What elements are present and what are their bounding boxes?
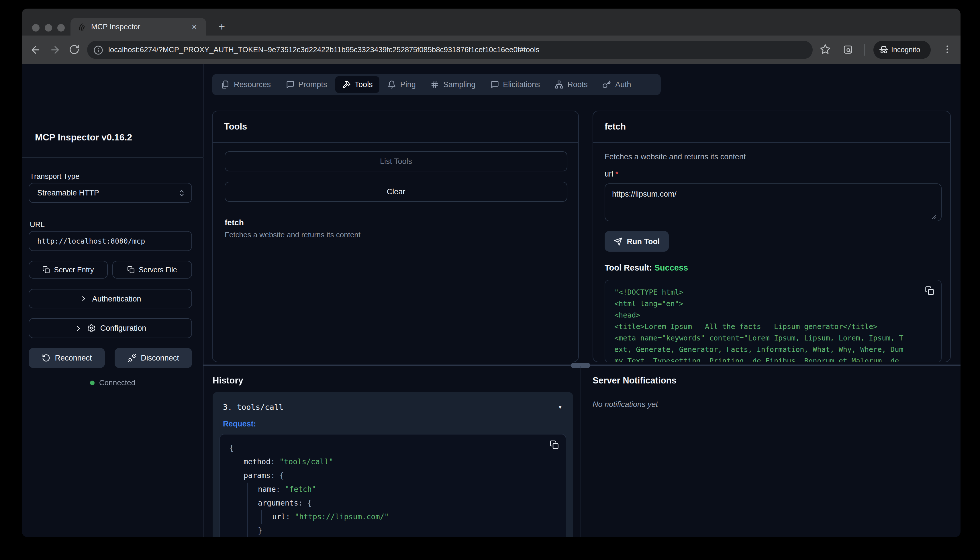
browser-tab-strip: MCP Inspector × + — [22, 8, 960, 35]
tab-tools[interactable]: Tools — [335, 76, 380, 93]
browser-tab[interactable]: MCP Inspector × — [70, 18, 206, 35]
history-title: History — [213, 375, 243, 386]
rotate-ccw-icon — [42, 354, 50, 362]
required-marker: * — [616, 170, 619, 178]
tool-detail-header: fetch — [593, 111, 950, 143]
tab-close-icon[interactable]: × — [188, 18, 201, 35]
resize-handle-icon[interactable] — [930, 213, 937, 220]
tool-detail-panel: fetch Fetches a website and returns its … — [592, 111, 951, 362]
json-line: name: "fetch" — [258, 483, 556, 497]
url-text[interactable]: localhost:6274/?MCP_PROXY_AUTH_TOKEN=9e7… — [108, 41, 804, 59]
main-content: Resources Prompts Tools Ping — [203, 64, 960, 537]
transport-type-label: Transport Type — [30, 172, 79, 180]
network-icon — [555, 80, 563, 89]
collapse-triangle-icon[interactable]: ▼ — [559, 399, 562, 415]
tab-prompts[interactable]: Prompts — [279, 76, 334, 93]
tab-label: Ping — [400, 80, 416, 89]
reload-icon[interactable] — [69, 44, 80, 55]
history-entry-header[interactable]: 3. tools/call ▼ — [220, 399, 566, 415]
disconnect-button[interactable]: Disconnect — [115, 348, 192, 368]
transport-type-select[interactable]: Streamable HTTP — [29, 183, 192, 203]
status-dot-icon — [90, 380, 95, 385]
mcp-favicon-icon — [77, 22, 87, 32]
bottom-region: History 3. tools/call ▼ Request: — [203, 366, 960, 537]
server-notifications-title: Server Notifications — [592, 375, 677, 386]
server-entry-button[interactable]: Server Entry — [29, 261, 108, 278]
request-json-block[interactable]: { method: "tools/call" params: { name: "… — [220, 434, 566, 537]
json-line: } — [258, 524, 556, 537]
incognito-badge: Incognito — [874, 41, 931, 59]
message-square-icon — [286, 80, 294, 89]
window-minimize-button[interactable] — [45, 24, 52, 32]
server-url-input[interactable] — [29, 231, 192, 251]
tool-result-status: Success — [654, 263, 688, 272]
window-zoom-button[interactable] — [57, 24, 65, 32]
list-tools-button[interactable]: List Tools — [225, 151, 567, 172]
tab-elicitations[interactable]: Elicitations — [483, 76, 547, 93]
connection-status: Connected — [22, 378, 203, 387]
tool-detail-description: Fetches a website and returns its conten… — [605, 152, 745, 161]
tab-resources[interactable]: Resources — [215, 76, 278, 93]
url-bar[interactable]: localhost:6274/?MCP_PROXY_AUTH_TOKEN=9e7… — [87, 41, 813, 59]
servers-file-button[interactable]: Servers File — [112, 261, 192, 278]
browser-menu-icon[interactable] — [942, 44, 952, 55]
configuration-button[interactable]: Configuration — [29, 318, 192, 338]
authentication-button[interactable]: Authentication — [29, 289, 192, 308]
window-close-button[interactable] — [32, 24, 40, 32]
tool-result-line: Tool Result: Success — [605, 263, 688, 272]
bell-icon — [388, 80, 396, 89]
configuration-label: Configuration — [100, 324, 146, 332]
history-entry-card: 3. tools/call ▼ Request: { method: " — [213, 392, 573, 537]
tab-label: Tools — [355, 80, 373, 89]
app-page: MCP Inspector v0.16.2 Transport Type Str… — [22, 64, 960, 537]
tab-roots[interactable]: Roots — [548, 76, 595, 93]
url-param-input[interactable]: https://lipsum.com/ — [605, 183, 942, 221]
tab-title: MCP Inspector — [91, 18, 140, 35]
disconnect-label: Disconnect — [141, 354, 179, 362]
tool-detail-title: fetch — [605, 122, 626, 132]
site-info-icon[interactable] — [93, 45, 103, 55]
hash-icon — [431, 80, 439, 89]
toolbar-separator — [864, 44, 865, 56]
copy-icon — [127, 266, 135, 273]
tool-result-output[interactable]: "<!DOCTYPE html><html lang="en"><head><t… — [605, 280, 942, 362]
hammer-icon — [342, 80, 351, 89]
chevron-right-icon — [79, 295, 87, 303]
incognito-label: Incognito — [891, 41, 920, 59]
copy-icon[interactable] — [925, 286, 934, 295]
unplug-icon — [128, 354, 136, 362]
back-icon[interactable] — [30, 44, 41, 56]
tool-item-name: fetch — [225, 218, 244, 227]
copy-icon — [43, 266, 50, 273]
tab-auth[interactable]: Auth — [596, 76, 638, 93]
tools-panel-header: Tools — [213, 111, 578, 143]
status-text: Connected — [99, 378, 135, 387]
send-icon — [614, 237, 622, 246]
json-line: { — [229, 442, 556, 455]
run-tool-button[interactable]: Run Tool — [605, 231, 669, 252]
json-line: params: { — [244, 469, 556, 483]
server-entry-label: Server Entry — [54, 266, 94, 274]
param-name: url — [605, 170, 613, 178]
clear-tools-button[interactable]: Clear — [225, 182, 567, 202]
files-icon — [221, 80, 230, 89]
reconnect-button[interactable]: Reconnect — [29, 348, 105, 368]
new-tab-button[interactable]: + — [215, 20, 229, 34]
tab-sampling[interactable]: Sampling — [424, 76, 483, 93]
tools-panel: Tools List Tools Clear fetch Fetches a w… — [212, 111, 579, 362]
copy-icon[interactable] — [550, 440, 559, 449]
side-panel-search-icon[interactable] — [842, 44, 854, 55]
key-icon — [602, 80, 611, 89]
tab-ping[interactable]: Ping — [381, 76, 423, 93]
forward-icon[interactable] — [49, 44, 61, 56]
servers-file-label: Servers File — [139, 266, 177, 274]
browser-toolbar: localhost:6274/?MCP_PROXY_AUTH_TOKEN=9e7… — [22, 35, 960, 64]
transport-type-value: Streamable HTTP — [37, 188, 99, 197]
bookmark-star-icon[interactable] — [820, 43, 831, 55]
url-field-label: URL — [30, 220, 45, 229]
chevron-right-icon — [75, 324, 83, 332]
tab-label: Resources — [234, 80, 271, 89]
incognito-icon — [879, 45, 889, 55]
message-square-icon — [490, 80, 499, 89]
sidebar-divider — [22, 157, 203, 158]
